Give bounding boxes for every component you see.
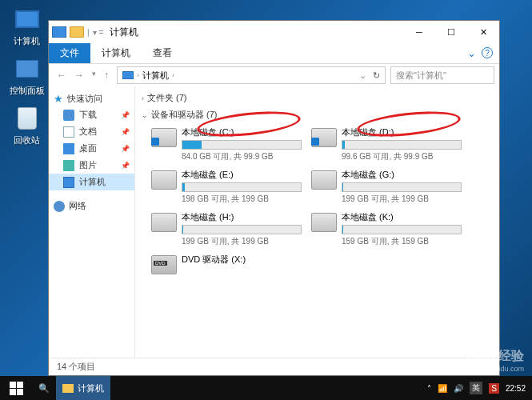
nav-item-label: 文档 bbox=[79, 126, 97, 138]
drive-name: 本地磁盘 (E:) bbox=[182, 169, 302, 181]
minimize-button[interactable]: ─ bbox=[403, 21, 435, 43]
nav-up-icon[interactable]: ↑ bbox=[104, 70, 109, 81]
ribbon-expand-icon[interactable]: ⌄ bbox=[461, 43, 482, 63]
drive-item[interactable]: 本地磁盘 (D:) 99.6 GB 可用, 共 99.9 GB bbox=[310, 125, 462, 164]
drive-icon bbox=[311, 128, 337, 147]
pin-icon: 📌 bbox=[121, 145, 130, 153]
taskbar-app-explorer[interactable]: 计算机 bbox=[56, 376, 110, 400]
nav-item-documents[interactable]: 文档📌 bbox=[49, 123, 134, 140]
drive-item[interactable]: 本地磁盘 (K:) 159 GB 可用, 共 159 GB bbox=[310, 210, 462, 249]
nav-item-label: 图片 bbox=[79, 159, 97, 171]
address-dropdown-icon[interactable]: ⌄ bbox=[359, 70, 366, 81]
help-icon[interactable]: ? bbox=[482, 47, 493, 58]
group-label: 设备和驱动器 (7) bbox=[151, 109, 218, 121]
drive-item[interactable]: 本地磁盘 (C:) 84.0 GB 可用, 共 99.9 GB bbox=[150, 125, 302, 164]
nav-item-label: 计算机 bbox=[79, 176, 106, 188]
controlpanel-icon bbox=[13, 54, 42, 83]
drive-item[interactable]: 本地磁盘 (H:) 199 GB 可用, 共 199 GB bbox=[150, 210, 302, 249]
tray-ime2[interactable]: S bbox=[489, 383, 499, 394]
pictures-icon bbox=[63, 160, 74, 171]
nav-item-computer[interactable]: 计算机 bbox=[49, 174, 134, 190]
window-title: 计算机 bbox=[110, 26, 138, 39]
folder-icon bbox=[62, 384, 74, 393]
windows-logo-icon bbox=[10, 382, 23, 395]
breadcrumb[interactable]: 计算机 bbox=[142, 70, 169, 82]
nav-pane: ★ 快速访问 下载📌 文档📌 桌面📌 图片📌 计算机 网络 bbox=[49, 86, 135, 358]
tab-file[interactable]: 文件 bbox=[49, 43, 90, 63]
content-pane: ›文件夹 (7) ⌄设备和驱动器 (7) 本地磁盘 (C:) 84.0 GB 可… bbox=[135, 86, 499, 358]
drive-item[interactable]: 本地磁盘 (E:) 198 GB 可用, 共 199 GB bbox=[150, 167, 302, 206]
drive-usage-text: 199 GB 可用, 共 199 GB bbox=[182, 236, 302, 247]
chevron-right-icon: › bbox=[142, 94, 144, 102]
pin-icon: 📌 bbox=[121, 111, 130, 119]
explorer-window: | ▾ = 计算机 ─ ☐ ✕ 文件 计算机 查看 ⌄ ? ← → ▾ ↑ › … bbox=[48, 20, 500, 376]
nav-item-downloads[interactable]: 下载📌 bbox=[49, 106, 134, 123]
drive-icon bbox=[151, 213, 177, 232]
drive-usage-text: 199 GB 可用, 共 199 GB bbox=[342, 194, 462, 205]
desktop-icon-recyclebin[interactable]: 回收站 bbox=[5, 104, 49, 146]
tab-view[interactable]: 查看 bbox=[142, 43, 183, 63]
star-icon: ★ bbox=[54, 93, 63, 105]
drive-item-dvd[interactable]: DVD 驱动器 (X:) bbox=[150, 252, 302, 276]
drive-usage-text: 99.6 GB 可用, 共 99.9 GB bbox=[342, 151, 462, 162]
nav-back-icon[interactable]: ← bbox=[57, 70, 66, 81]
start-button[interactable] bbox=[0, 376, 32, 400]
folder-icon bbox=[70, 26, 84, 38]
statusbar: 14 个项目 bbox=[49, 358, 499, 375]
group-drives[interactable]: ⌄设备和驱动器 (7) bbox=[142, 106, 493, 123]
search-input[interactable]: 搜索"计算机" bbox=[390, 66, 494, 84]
tray-ime[interactable]: 英 bbox=[470, 382, 482, 394]
nav-hdr-label: 快速访问 bbox=[67, 93, 102, 105]
drive-item[interactable]: 本地磁盘 (G:) 199 GB 可用, 共 199 GB bbox=[310, 167, 462, 206]
recyclebin-icon bbox=[13, 104, 42, 133]
taskbar-search[interactable]: 🔍 bbox=[32, 376, 56, 400]
drive-icon bbox=[311, 170, 337, 190]
group-label: 文件夹 (7) bbox=[147, 92, 187, 104]
close-button[interactable]: ✕ bbox=[467, 21, 499, 43]
address-bar[interactable]: › 计算机 › ⌄ ↻ bbox=[117, 66, 386, 84]
drive-usage-bar bbox=[342, 140, 462, 150]
desktop-icon-computer[interactable]: 计算机 bbox=[5, 5, 49, 47]
system-tray: ˄ 📶 🔊 英 S 22:52 bbox=[427, 382, 532, 394]
drive-name: 本地磁盘 (H:) bbox=[182, 211, 302, 223]
nav-fwd-icon[interactable]: → bbox=[74, 70, 84, 81]
maximize-button[interactable]: ☐ bbox=[435, 21, 467, 43]
drive-usage-bar bbox=[342, 182, 462, 192]
tray-sound-icon[interactable]: 🔊 bbox=[454, 384, 463, 393]
nav-item-pictures[interactable]: 图片📌 bbox=[49, 157, 134, 174]
drive-icon bbox=[151, 170, 177, 190]
drive-usage-bar bbox=[182, 140, 302, 150]
address-row: ← → ▾ ↑ › 计算机 › ⌄ ↻ 搜索"计算机" bbox=[49, 64, 499, 86]
drive-name: DVD 驱动器 (X:) bbox=[182, 254, 300, 266]
chevron-down-icon: ⌄ bbox=[142, 111, 148, 119]
tray-clock[interactable]: 22:52 bbox=[506, 384, 526, 393]
nav-hdr-label: 网络 bbox=[69, 200, 86, 212]
drive-icon bbox=[311, 213, 337, 232]
drive-icon bbox=[151, 128, 177, 147]
drive-usage-bar bbox=[182, 182, 302, 192]
ribbon-tabs: 文件 计算机 查看 ⌄ ? bbox=[49, 43, 499, 64]
refresh-icon[interactable]: ↻ bbox=[373, 70, 380, 81]
group-folders[interactable]: ›文件夹 (7) bbox=[142, 90, 493, 106]
dvd-icon bbox=[151, 255, 177, 274]
drive-usage-text: 159 GB 可用, 共 159 GB bbox=[342, 236, 462, 247]
nav-hist-icon[interactable]: ▾ bbox=[92, 70, 96, 81]
tray-network-icon[interactable]: 📶 bbox=[438, 384, 447, 393]
qat-dropdown[interactable]: ▾ = bbox=[93, 28, 104, 37]
desktop-icon-controlpanel[interactable]: 控制面板 bbox=[5, 54, 49, 97]
taskbar-app-label: 计算机 bbox=[78, 382, 104, 394]
pin-icon: 📌 bbox=[121, 162, 130, 170]
pin-icon: 📌 bbox=[121, 128, 130, 136]
titlebar[interactable]: | ▾ = 计算机 ─ ☐ ✕ bbox=[49, 21, 499, 43]
nav-network[interactable]: 网络 bbox=[49, 198, 134, 214]
nav-quick-access[interactable]: ★ 快速访问 bbox=[49, 91, 134, 106]
drive-name: 本地磁盘 (K:) bbox=[342, 211, 462, 223]
chevron-right-icon: › bbox=[172, 71, 174, 79]
search-placeholder: 搜索"计算机" bbox=[396, 70, 446, 82]
qat-sep: | bbox=[87, 28, 90, 37]
desktop-icon-label: 控制面板 bbox=[5, 85, 49, 97]
tray-up-icon[interactable]: ˄ bbox=[427, 384, 431, 393]
nav-item-desktop[interactable]: 桌面📌 bbox=[49, 140, 134, 157]
tab-computer[interactable]: 计算机 bbox=[90, 43, 142, 63]
taskbar: 🔍 计算机 ˄ 📶 🔊 英 S 22:52 bbox=[0, 376, 532, 400]
